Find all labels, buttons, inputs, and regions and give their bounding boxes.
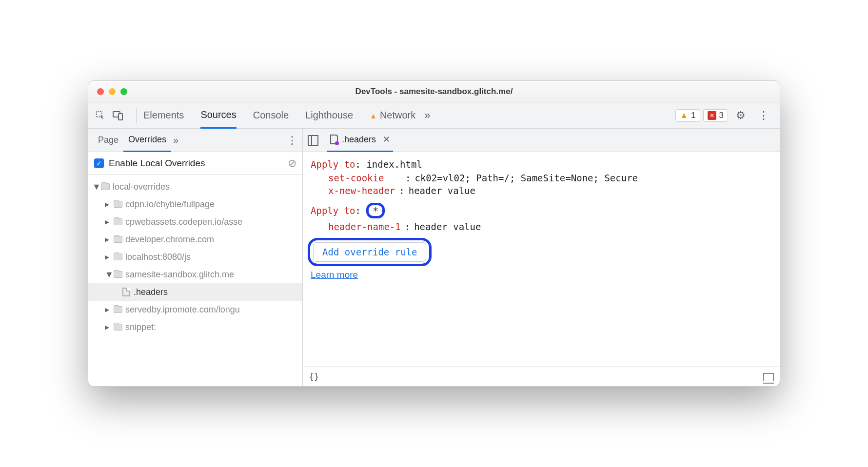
apply-to-label: Apply to [311, 205, 355, 216]
tree-folder[interactable]: ▸servedby.ipromote.com/longu [88, 301, 302, 318]
add-override-highlight: Add override rule [308, 238, 432, 266]
editor-tabbar: .headers ✕ [303, 129, 780, 152]
toolbar-separator [136, 108, 137, 123]
tab-network[interactable]: Network [370, 103, 415, 128]
apply-to-label: Apply to [311, 159, 355, 170]
tab-sources[interactable]: Sources [200, 102, 236, 129]
panel-body: ✓ Enable Local Overrides ⊘ ▼local-overri… [88, 152, 780, 386]
warnings-badge[interactable]: ▲1 [675, 109, 700, 122]
svg-rect-2 [118, 114, 122, 120]
close-tab-icon[interactable]: ✕ [383, 134, 390, 145]
tree-folder[interactable]: ▸snippet: [88, 318, 302, 336]
header-value[interactable]: header value [409, 185, 772, 196]
file-icon [330, 135, 338, 144]
tree-folder[interactable]: ▸developer.chrome.com [88, 231, 302, 248]
enable-overrides-label: Enable Local Overrides [109, 158, 288, 169]
errors-count: 3 [719, 111, 724, 120]
file-tree: ▼local-overrides ▸cdpn.io/chybie/fullpag… [88, 175, 302, 339]
add-override-rule-button[interactable]: Add override rule [313, 242, 426, 262]
titlebar: DevTools - samesite-sandbox.glitch.me/ [88, 81, 780, 102]
navigator-more-icon[interactable]: ⋮ [287, 134, 297, 147]
tree-folder[interactable]: ▸localhost:8080/js [88, 248, 302, 266]
tab-console[interactable]: Console [253, 103, 289, 128]
enable-overrides-checkbox[interactable]: ✓ [94, 158, 104, 168]
navigator-sidebar: ✓ Enable Local Overrides ⊘ ▼local-overri… [88, 152, 303, 386]
devtools-window: DevTools - samesite-sandbox.glitch.me/ E… [88, 80, 780, 387]
subtabs-overflow-icon[interactable]: » [173, 135, 178, 146]
tabs-overflow-icon[interactable]: » [424, 109, 430, 122]
tree-file-headers[interactable]: .headers [88, 283, 302, 301]
more-menu-icon[interactable]: ⋮ [753, 109, 774, 122]
tree-root[interactable]: ▼local-overrides [88, 178, 302, 195]
enable-overrides-row: ✓ Enable Local Overrides ⊘ [88, 152, 302, 175]
file-tab-name: .headers [342, 135, 376, 145]
settings-icon[interactable]: ⚙ [731, 109, 750, 122]
learn-more-link[interactable]: Learn more [311, 270, 358, 280]
clear-overrides-icon[interactable]: ⊘ [288, 157, 296, 170]
header-name[interactable]: x-new-header [328, 185, 395, 196]
toggle-navigator-icon[interactable] [308, 135, 318, 146]
main-tabs: Elements Sources Console Lighthouse Netw… [143, 102, 415, 129]
navigator-tabs: Page Overrides » ⋮ [88, 129, 303, 152]
warnings-count: 1 [691, 111, 695, 120]
window-title: DevTools - samesite-sandbox.glitch.me/ [88, 87, 780, 97]
errors-badge[interactable]: ✕3 [703, 109, 728, 122]
apply-to-value-highlight[interactable]: * [366, 203, 384, 218]
apply-to-value[interactable]: index.html [366, 159, 422, 170]
header-name[interactable]: set-cookie [328, 173, 401, 183]
header-row[interactable]: x-new-header: header value [328, 185, 772, 196]
tab-lighthouse[interactable]: Lighthouse [305, 103, 353, 128]
headers-editor[interactable]: Apply to: index.html set-cookie: ck02=vl… [303, 152, 780, 367]
secondary-toolbar: Page Overrides » ⋮ .headers ✕ [88, 129, 780, 152]
tree-folder[interactable]: ▸cdpn.io/chybie/fullpage [88, 195, 302, 213]
editor-footer: {} [303, 367, 780, 386]
header-row[interactable]: header-name-1: header value [328, 221, 772, 232]
tree-folder[interactable]: ▸cpwebassets.codepen.io/asse [88, 213, 302, 231]
device-toggle-icon[interactable] [112, 109, 124, 122]
tab-elements[interactable]: Elements [143, 103, 184, 128]
main-toolbar: Elements Sources Console Lighthouse Netw… [88, 102, 780, 129]
header-name[interactable]: header-name-1 [328, 221, 401, 232]
file-tab-headers[interactable]: .headers ✕ [327, 128, 393, 152]
footer-braces[interactable]: {} [309, 371, 319, 382]
subtab-overrides[interactable]: Overrides [123, 129, 171, 152]
tree-folder-open[interactable]: ▼samesite-sandbox.glitch.me [88, 266, 302, 283]
editor-pane: Apply to: index.html set-cookie: ck02=vl… [303, 152, 780, 386]
toggle-drawer-icon[interactable] [763, 373, 774, 381]
subtab-page[interactable]: Page [93, 129, 123, 151]
header-value[interactable]: header value [414, 221, 772, 232]
header-row[interactable]: set-cookie: ck02=vl02; Path=/; SameSite=… [328, 173, 772, 183]
inspect-icon[interactable] [94, 109, 107, 122]
modified-dot-icon [335, 141, 339, 145]
header-value[interactable]: ck02=vl02; Path=/; SameSite=None; Secure [414, 173, 772, 183]
